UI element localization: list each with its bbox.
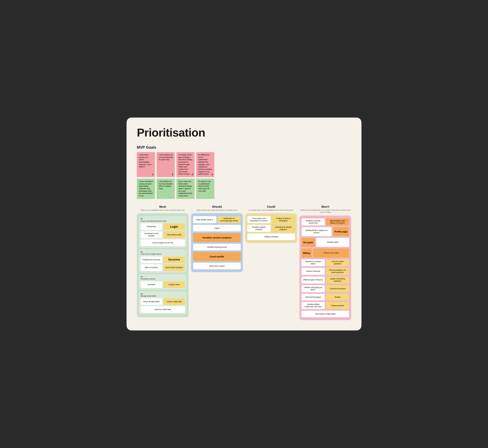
mvp-section: MVP Goals I don't have access to a sport… <box>137 145 351 199</box>
mvp-row2: I have consistent access to sport psycho… <box>137 179 351 199</box>
wont-body: Realtime coaching (coach bot) Agile prog… <box>299 216 351 320</box>
must-m4-row1: Check-off daily habits Create a daily ha… <box>141 298 185 305</box>
could-athletes-schedule: Athletes schedule <box>247 233 295 240</box>
wont-row10: Visualise athlete progression over time … <box>301 302 349 309</box>
should-header: Should What would a user expect the solu… <box>197 205 237 211</box>
must-programmes: Programmes (courses) <box>141 256 162 263</box>
should-body: Basic weekly check-in Notifications to e… <box>191 213 243 272</box>
must-fake-delete: Fake delete profile <box>163 231 185 238</box>
wont-different-lessons: Different types of lessons <box>301 277 325 283</box>
wont-header: Won't What are we deeming to be out of s… <box>299 205 351 214</box>
must-check-off-habits: Check-off daily habits <box>141 298 162 305</box>
wont-ask-coach: Ask your coach questions <box>326 259 349 266</box>
must-intro-coaches: Introduction to the coaches <box>141 231 162 238</box>
must-m1-row1: Onboarding Login <box>141 223 185 230</box>
should-shorts-content: Shorts form content <box>193 263 241 269</box>
wont-streaks: Streaks <box>326 294 349 300</box>
moscow-columns: Must What is a non-negotiable action a u… <box>137 205 351 320</box>
should-visualise-session: Visualise session progress <box>193 233 241 242</box>
mvp-note-5: I have consistent access to sport psycho… <box>137 179 155 199</box>
must-body: M1A user can onboard onto the app Onboar… <box>137 213 189 317</box>
could-row1: Time codes in the description of a lesso… <box>247 216 295 223</box>
wont-bookmark: Bookmark/clip a snippet of a session <box>301 227 331 236</box>
must-login: Login <box>163 223 185 230</box>
could-visualise-program: Visualise program progress <box>247 225 271 232</box>
must-m2-row2: Video on session Save session progress <box>141 264 185 271</box>
must-group-m2: M2Learn from a single lesson Programmes … <box>139 249 187 272</box>
should-visualise-journey: Visualise learning journey <box>193 244 241 250</box>
could-row2: Visualise program progress Searching for… <box>247 225 295 232</box>
wont-recommendations: Recommendations for coach questions <box>326 268 349 275</box>
must-onboarding: Onboarding <box>141 223 162 230</box>
mvp-note-6: I can perform at my true potential when … <box>157 179 175 199</box>
could-timecodes: Time codes in the description of a lesso… <box>247 216 271 223</box>
must-create-habit: Create a daily habit <box>163 298 185 305</box>
wont-choose-coach: Choose your coach <box>313 248 349 257</box>
wont-row4: Billing Choose your coach <box>301 248 349 257</box>
wont-agile-program: Agile program order based on checkins <box>326 218 349 225</box>
could-searching: Searching for specific programs <box>272 225 295 232</box>
wont-row7: Different types of lessons Update onboar… <box>301 277 349 283</box>
could-toolbox: Toolbox of notes & techniques <box>272 216 295 223</box>
could-column: Could In an ideal world, if we had addit… <box>245 205 297 320</box>
mvp-row1: I don't have access to a sports psycholo… <box>137 152 351 177</box>
main-card: Prioritisation MVP Goals I don't have ac… <box>126 118 362 330</box>
mvp-note-7: Day in day out I know what I should be d… <box>176 179 195 199</box>
wont-customise-questions: Customise questions <box>326 285 349 292</box>
wont-history-habits: View history of daily habits <box>301 311 349 317</box>
should-row1: Basic weekly check-in Notifications to e… <box>193 216 241 223</box>
wont-row2: Bookmark/clip a snippet of a session Pro… <box>301 227 349 236</box>
wont-billing: Billing <box>301 248 312 257</box>
mvp-note-2: I can't perform at my true potential on … <box>157 152 175 177</box>
could-body: Time codes in the description of a lesso… <box>245 213 297 243</box>
must-video-session: Video on session <box>141 264 162 271</box>
should-column: Should What would a user expect the solu… <box>191 205 243 320</box>
must-save-progress: Save session progress <box>163 264 185 271</box>
page-title: Prioritisation <box>137 126 351 139</box>
must-group-m4: M4Manage daily habits Check-off daily ha… <box>139 291 187 315</box>
could-header: Could In an ideal world, if we had addit… <box>249 205 293 211</box>
must-group-m1: M1A user can onboard onto the app Onboar… <box>139 216 187 248</box>
wont-realtime-coaching: Realtime coaching (coach bot) <box>301 218 325 225</box>
mvp-note-3: I'm aware of the type of things I should… <box>176 152 195 177</box>
must-header: Must What is a non-negotiable action a u… <box>141 205 185 211</box>
mvp-note-1: I don't have access to a sports psycholo… <box>137 152 155 177</box>
mvp-note-8: It's easy for me to understand how my ha… <box>196 179 214 199</box>
must-m2-row1: Programmes (courses) Sessions <box>141 256 185 263</box>
mvp-title: MVP Goals <box>137 145 351 150</box>
wont-row8: Athletes self signing up (B2C) Customise… <box>301 285 349 292</box>
must-m3-row1: Exercises Session notes <box>141 281 185 288</box>
wont-session-transcript: Session transcript <box>301 268 325 275</box>
should-logout: Logout <box>193 225 241 232</box>
wont-row6: Session transcript Recommendations for c… <box>301 268 349 275</box>
wont-set-goals: Set goals <box>301 238 315 247</box>
should-coach-profile: Coach profile <box>193 252 241 261</box>
wont-column: Won't What are we deeming to be out of s… <box>299 205 351 320</box>
wont-row3: Set goals Visualise goals <box>301 238 349 247</box>
wont-forgot-password: Forgot password <box>326 302 349 309</box>
wont-row9: Club learning league Streaks <box>301 294 349 300</box>
mvp-note-4: It's difficult for me to understand whet… <box>196 152 214 177</box>
wont-profile-page: Profile page <box>333 227 349 236</box>
must-m1-row2: Introduction to the coaches Fake delete … <box>141 231 185 238</box>
wont-update-onboarding: Update onboarding questions <box>326 277 349 283</box>
wont-row5: Chapters for session videos Ask your coa… <box>301 259 349 266</box>
wont-visualise-athlete: Visualise athlete progression over time <box>301 302 325 309</box>
must-exercises: Exercises <box>141 281 162 288</box>
must-group-m3: M3Interactive lessons Exercises Session … <box>139 274 187 290</box>
should-notifications: Notifications to encourage app activity <box>218 216 241 223</box>
wont-athletes-b2c: Athletes self signing up (B2C) <box>301 285 325 292</box>
must-sessions: Sessions <box>163 256 185 263</box>
must-session-notes: Session notes <box>163 281 185 288</box>
wont-chapters: Chapters for session videos <box>301 259 325 266</box>
must-faq: Access support via an FAQ <box>141 240 185 246</box>
should-basic-checkin: Basic weekly check-in <box>193 216 216 223</box>
wont-visualise-goals: Visualise goals <box>316 238 349 247</box>
must-remove-habit: Remove a daily habit <box>141 306 185 313</box>
wont-row1: Realtime coaching (coach bot) Agile prog… <box>301 218 349 225</box>
must-column: Must What is a non-negotiable action a u… <box>137 205 189 320</box>
wont-club-league: Club learning league <box>301 294 325 300</box>
